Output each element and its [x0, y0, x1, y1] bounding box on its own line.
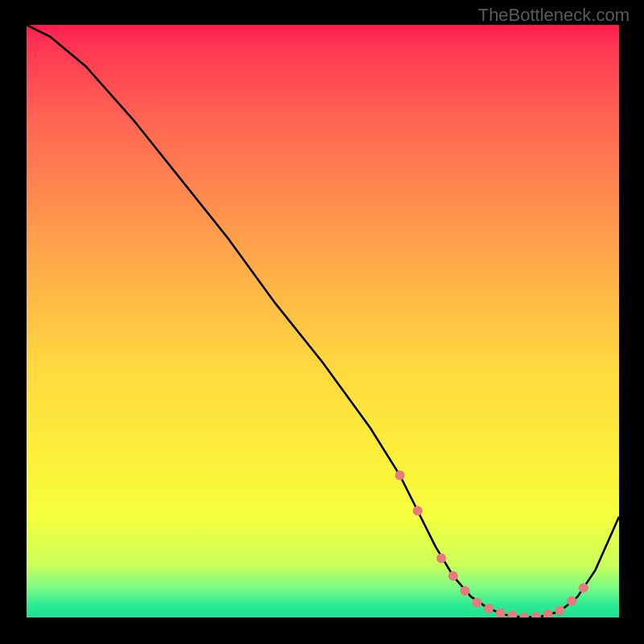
curve-marker [413, 506, 423, 516]
curve-marker [395, 470, 405, 480]
curve-marker [543, 609, 553, 617]
curve-marker [519, 613, 529, 617]
curve-marker [567, 596, 576, 605]
curve-marker [484, 604, 493, 613]
curve-marker [448, 572, 458, 581]
curve-marker [531, 612, 541, 617]
curve-marker [472, 598, 481, 608]
curve-marker [579, 583, 588, 592]
curve-markers [395, 470, 588, 617]
bottleneck-chart [27, 25, 619, 617]
watermark-text: TheBottleneck.com [478, 5, 630, 26]
curve-marker [555, 605, 564, 615]
curve-line [27, 25, 619, 617]
curve-marker [460, 586, 470, 596]
curve-marker [508, 611, 518, 617]
curve-marker [496, 609, 506, 617]
curve-marker [436, 553, 446, 563]
